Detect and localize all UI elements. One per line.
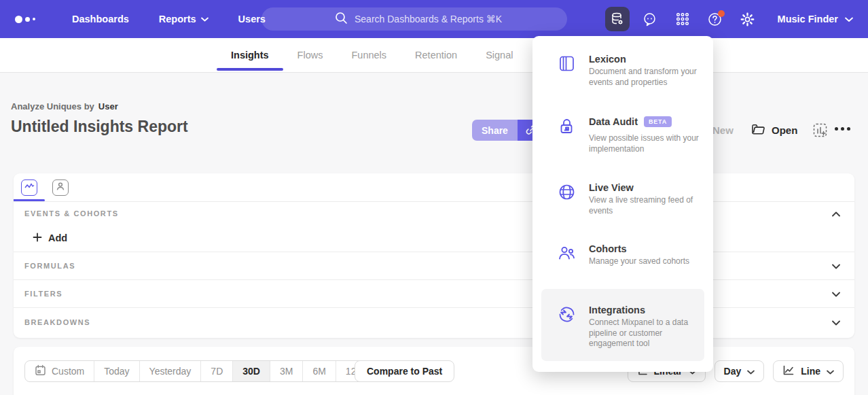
range-6m[interactable]: 6M [302,361,335,381]
notification-dot [718,10,725,17]
nav-item-reports[interactable]: Reports [159,14,209,24]
new-report-button[interactable]: New [712,124,734,136]
compare-to-past-button[interactable]: Compare to Past [355,360,454,382]
nav-item-label: Reports [159,14,196,24]
range-custom[interactable]: Custom [25,361,94,381]
chart-type-label: Line [801,366,820,377]
chevron-up-icon[interactable] [832,207,840,220]
range-7d[interactable]: 7D [200,361,232,381]
section-filters[interactable]: FILTERS [14,280,854,308]
lexicon-icon [558,54,577,88]
tab-signal[interactable]: Signal [486,38,513,73]
menu-item-title: Integrations [589,305,704,315]
report-tabbar: Insights Flows Funnels Retention Signal … [0,38,868,73]
project-name: Music Finder [778,14,838,24]
chevron-down-icon[interactable] [832,316,840,328]
nav-icon-group: Music Finder [605,0,868,38]
line-chart-icon [782,365,795,378]
chevron-down-icon [747,366,755,377]
section-label: BREAKDOWNS [24,318,90,326]
section-formulas[interactable]: FORMULAS [14,252,854,280]
range-30d[interactable]: 30D [232,361,270,381]
menu-item-description: Document and transform your events and p… [589,67,704,88]
interval-dropdown[interactable]: Day [715,360,765,382]
users-view-tab[interactable] [52,179,69,196]
range-today[interactable]: Today [94,361,139,381]
person-icon [56,182,65,194]
folder-icon [751,123,765,137]
menu-item-lexicon[interactable]: Lexicon Document and transform your even… [541,54,704,88]
analyze-value[interactable]: User [98,101,118,111]
metrics-view-tab[interactable] [21,179,37,196]
add-event-button[interactable]: Add [33,233,67,244]
tab-insights[interactable]: Insights [231,38,269,73]
menu-item-description: Connect Mixpanel to a data pipeline or c… [589,317,704,349]
section-label: FORMULAS [24,262,75,270]
tab-label: Signal [486,50,513,61]
range-label: Today [104,366,129,377]
global-search[interactable] [261,7,567,31]
data-management-dropdown: Lexicon Document and transform your even… [532,36,713,372]
settings-gear-icon[interactable] [736,7,760,31]
date-range-segmented-control: Custom Today Yesterday 7D 30D 3M 6M 12M [24,360,374,382]
range-label: 7D [211,366,223,377]
report-title[interactable]: Untitled Insights Report [11,118,188,136]
menu-item-title-text: Data Audit [589,116,638,127]
project-switcher[interactable]: Music Finder [778,14,853,24]
app-screen: Dashboards Reports Users [0,0,868,395]
data-management-icon[interactable] [605,7,630,31]
menu-item-title: Data Audit BETA [589,116,704,127]
range-label: Yesterday [149,366,192,377]
feedback-message-icon[interactable] [638,7,662,31]
range-3m[interactable]: 3M [270,361,302,381]
menu-item-description: Manage your saved cohorts [589,256,689,267]
menu-item-description: View a live streaming feed of events [589,195,704,216]
query-view-tabs [14,173,854,202]
search-input[interactable] [355,14,531,24]
menu-item-title: Lexicon [589,54,704,65]
tab-retention[interactable]: Retention [415,38,457,73]
apps-grid-icon[interactable] [670,7,695,31]
beta-badge: BETA [644,116,672,127]
section-events-cohorts[interactable]: EVENTS & COHORTS [14,202,854,224]
tab-label: Retention [415,50,457,61]
menu-item-data-audit[interactable]: Data Audit BETA View possible issues wit… [541,116,704,154]
cohorts-users-icon [558,244,577,267]
chevron-down-icon[interactable] [832,260,840,272]
section-breakdowns[interactable]: BREAKDOWNS [14,308,854,336]
add-to-dashboard-icon[interactable] [812,122,828,141]
main-content: Analyze Uniques byUser Untitled Insights… [0,73,868,395]
menu-item-cohorts[interactable]: Cohorts Manage your saved cohorts [541,243,704,267]
menu-item-live-view[interactable]: Live View View a live streaming feed of … [541,182,704,216]
analyze-prefix: Analyze Uniques by [11,101,94,111]
tab-label: Flows [297,50,323,61]
interval-label: Day [724,366,742,377]
menu-item-integrations[interactable]: Integrations Connect Mixpanel to a data … [541,289,704,361]
plus-icon [33,233,42,244]
section-label: EVENTS & COHORTS [24,209,119,218]
query-builder-panel: EVENTS & COHORTS Add FORMULAS FILTERS BR… [14,173,854,338]
range-label: 3M [280,366,293,377]
analyze-line: Analyze Uniques byUser [11,101,118,111]
mixpanel-logo-icon[interactable] [15,16,42,23]
help-icon[interactable] [703,7,727,31]
chart-metrics-icon [24,182,35,194]
open-report-button[interactable]: Open [751,123,797,137]
chevron-down-icon [827,366,834,377]
nav-item-label: Dashboards [72,14,129,24]
range-label: Custom [52,366,84,377]
time-controls-panel: Custom Today Yesterday 7D 30D 3M 6M 12M … [14,347,854,395]
chart-type-dropdown[interactable]: Line [773,360,844,382]
tab-label: Funnels [351,50,386,61]
tab-label: Insights [231,50,269,61]
nav-item-dashboards[interactable]: Dashboards [72,14,129,24]
range-yesterday[interactable]: Yesterday [139,361,201,381]
share-button[interactable]: Share [472,120,518,141]
more-options-button[interactable] [835,127,850,131]
integrations-sync-icon [558,305,577,361]
tab-flows[interactable]: Flows [297,38,323,73]
active-view-underline [14,199,45,201]
chevron-down-icon[interactable] [832,288,840,300]
tab-funnels[interactable]: Funnels [351,38,386,73]
open-label: Open [772,124,797,136]
